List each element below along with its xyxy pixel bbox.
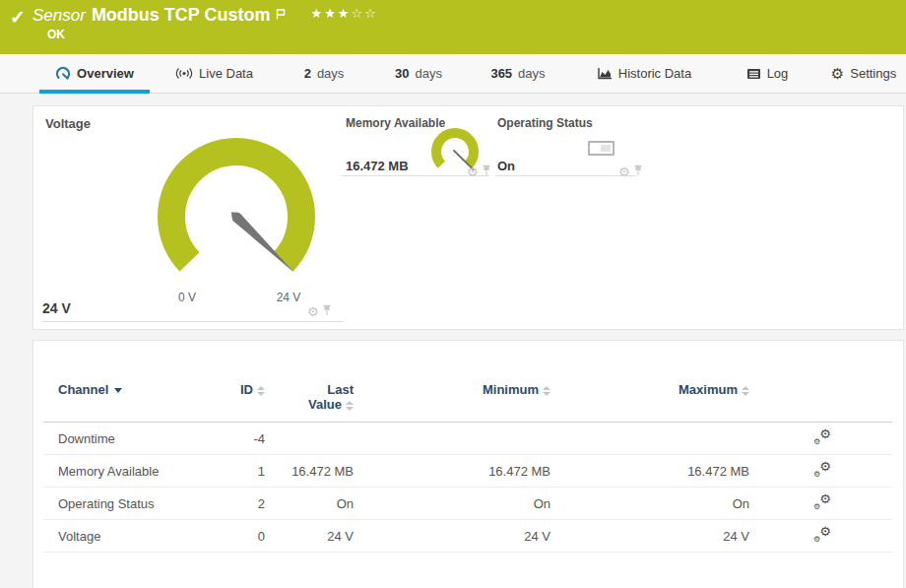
- voltage-gauge-min-label: 0 V: [165, 291, 209, 304]
- gauges-panel: Voltage 0 V 24 V 24 V ⚙ Memory Available…: [32, 105, 904, 330]
- channel-actions-cell: ⚙⚙: [749, 488, 892, 520]
- tab-historic-data-label: Historic Data: [618, 66, 691, 81]
- tab-overview[interactable]: Overview: [39, 54, 150, 93]
- memory-current-value: 16.472 MB: [346, 159, 409, 173]
- tab-365-days-number: 365: [490, 66, 512, 81]
- operating-status-title: Operating Status: [497, 116, 593, 130]
- channel-last-value: 16.472 MB: [265, 455, 354, 488]
- channel-actions-cell: ⚙⚙: [749, 423, 892, 455]
- pin-icon[interactable]: [322, 302, 332, 320]
- channel-id: 0: [206, 520, 265, 553]
- memory-gauge-tools: ⚙: [467, 163, 491, 180]
- status-ok-check-icon: ✓: [10, 6, 26, 29]
- area-chart-icon: [597, 67, 613, 80]
- tab-365-days-unit: days: [518, 66, 545, 81]
- tab-settings-label: Settings: [850, 66, 896, 81]
- table-row-memory-available[interactable]: Memory Available 1 16.472 MB 16.472 MB 1…: [43, 455, 892, 488]
- sort-toggle-icon: [543, 386, 550, 396]
- operating-current-value: On: [497, 159, 515, 173]
- pin-icon[interactable]: [482, 163, 491, 180]
- sensor-status-text: OK: [47, 28, 65, 41]
- col-header-actions: [749, 376, 892, 423]
- channel-settings-gears-icon[interactable]: ⚙⚙: [813, 527, 831, 543]
- voltage-gauge-title: Voltage: [45, 116, 91, 131]
- channel-maximum: [550, 423, 749, 455]
- channel-maximum: 24 V: [550, 520, 749, 553]
- channel-name[interactable]: Voltage: [43, 520, 206, 553]
- tab-historic-data[interactable]: Historic Data: [589, 54, 699, 93]
- col-header-id[interactable]: ID: [206, 376, 265, 423]
- tab-bar: Overview Live Data 2 days 30 days 365 da…: [0, 54, 906, 94]
- tab-2-days-unit: days: [317, 66, 344, 81]
- priority-stars[interactable]: ★★★☆☆: [311, 6, 378, 21]
- table-row-downtime[interactable]: Downtime -4 ⚙⚙: [43, 423, 892, 455]
- tab-overview-label: Overview: [77, 66, 134, 81]
- tab-365-days[interactable]: 365 days: [483, 54, 553, 93]
- table-row-operating-status[interactable]: Operating Status 2 On On On ⚙⚙: [43, 488, 892, 520]
- col-header-minimum[interactable]: Minimum: [354, 376, 550, 423]
- broadcast-icon: [175, 67, 193, 80]
- channel-table-header-row: Channel ID LastValue Minimum Maximum: [43, 376, 892, 423]
- tab-30-days-number: 30: [395, 66, 409, 81]
- channel-table: Channel ID LastValue Minimum Maximum Dow…: [43, 376, 892, 553]
- sensor-status-header: ✓ SensorModbus TCP Custom★★★☆☆ OK: [0, 0, 906, 54]
- tab-live-data[interactable]: Live Data: [167, 54, 261, 93]
- object-kind-label: Sensor: [32, 6, 86, 25]
- sensor-title-row: SensorModbus TCP Custom★★★☆☆: [32, 5, 378, 26]
- gear-icon: ⚙: [831, 66, 844, 81]
- tab-2-days[interactable]: 2 days: [295, 54, 353, 93]
- sort-toggle-icon: [346, 401, 354, 411]
- channel-last-value: [265, 423, 354, 455]
- channel-maximum: 16.472 MB: [550, 455, 749, 488]
- channel-last-value: On: [265, 488, 354, 520]
- col-header-maximum[interactable]: Maximum: [550, 376, 749, 423]
- tab-log-label: Log: [767, 66, 789, 81]
- channel-name[interactable]: Operating Status: [43, 488, 206, 520]
- channel-table-panel: Channel ID LastValue Minimum Maximum Dow…: [32, 340, 904, 588]
- sensor-title: Modbus TCP Custom: [92, 5, 271, 25]
- tab-30-days[interactable]: 30 days: [387, 54, 450, 93]
- voltage-gauge-max-label: 24 V: [267, 291, 310, 304]
- channel-id: 1: [206, 455, 265, 488]
- gauge-settings-gear-icon[interactable]: ⚙: [307, 305, 319, 318]
- gauge-icon: [55, 66, 71, 82]
- channel-minimum: 16.472 MB: [354, 455, 550, 488]
- channel-settings-gears-icon[interactable]: ⚙⚙: [813, 494, 831, 510]
- log-list-icon: [746, 68, 761, 80]
- channel-maximum: On: [550, 488, 749, 520]
- tab-log[interactable]: Log: [737, 54, 798, 93]
- pin-icon[interactable]: [633, 163, 643, 180]
- sort-toggle-icon: [742, 386, 749, 396]
- channel-settings-gears-icon[interactable]: ⚙⚙: [813, 462, 831, 478]
- channel-id: -4: [206, 423, 265, 455]
- channel-minimum: On: [354, 488, 550, 520]
- voltage-current-value: 24 V: [42, 300, 71, 316]
- favorite-flag-icon[interactable]: [276, 6, 286, 24]
- channel-last-value: 24 V: [265, 520, 354, 553]
- operating-status-toggle: [588, 141, 615, 156]
- channel-name[interactable]: Downtime: [43, 423, 206, 455]
- channel-minimum: [354, 423, 550, 455]
- channel-settings-gears-icon[interactable]: ⚙⚙: [813, 429, 831, 445]
- operating-gauge-tools: ⚙: [618, 163, 643, 180]
- sort-toggle-icon: [257, 386, 265, 396]
- channel-id: 2: [206, 488, 265, 520]
- voltage-gauge-tools: ⚙: [307, 302, 332, 320]
- voltage-gauge: [153, 133, 320, 283]
- toggle-knob: [601, 145, 611, 152]
- tab-2-days-number: 2: [304, 66, 311, 81]
- col-header-channel[interactable]: Channel: [43, 376, 206, 423]
- tab-settings[interactable]: ⚙ Settings: [828, 54, 899, 93]
- channel-name[interactable]: Memory Available: [43, 455, 206, 488]
- tab-30-days-unit: days: [416, 66, 442, 81]
- operating-block-underline: [495, 175, 636, 176]
- tab-live-data-label: Live Data: [199, 66, 253, 81]
- memory-block-underline: [342, 175, 489, 176]
- table-row-voltage[interactable]: Voltage 0 24 V 24 V 24 V ⚙⚙: [43, 520, 892, 553]
- sort-descending-icon: [114, 388, 122, 393]
- channel-minimum: 24 V: [354, 520, 550, 553]
- channel-actions-cell: ⚙⚙: [749, 520, 892, 553]
- col-header-last-value[interactable]: LastValue: [265, 376, 354, 423]
- voltage-block-underline: [42, 321, 344, 322]
- channel-actions-cell: ⚙⚙: [749, 455, 892, 488]
